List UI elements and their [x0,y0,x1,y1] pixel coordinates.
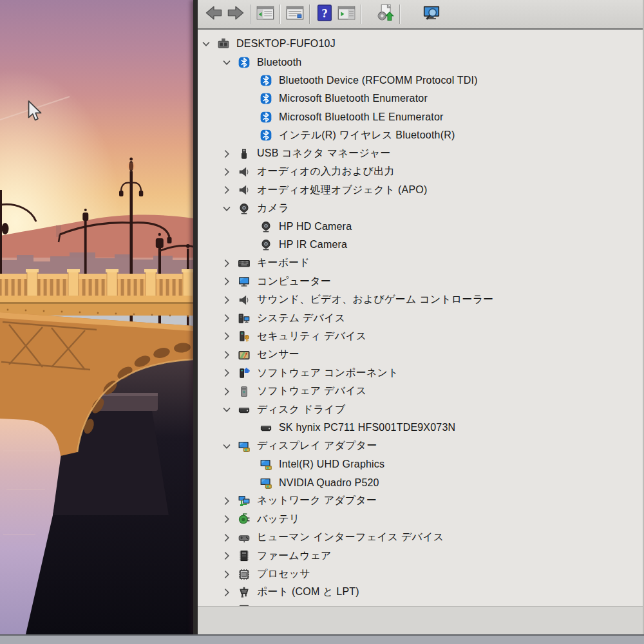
scan-hardware-icon [422,3,441,25]
camera-icon [238,202,251,215]
console-tree-window-icon [256,3,275,25]
tree-item[interactable]: プロセッサ [198,565,643,583]
collapse-chevron-icon[interactable] [221,404,232,415]
tree-item[interactable]: Intel(R) UHD Graphics [198,455,643,473]
tree-item[interactable]: USB コネクタ マネージャー [198,144,643,162]
tree-item-label: NVIDIA Quadro P520 [279,477,379,489]
tree-item[interactable]: コンピューター [198,272,643,290]
tree-item[interactable]: Bluetooth [198,53,643,71]
tree-item-label: ディスク ドライブ [257,403,345,417]
back-button[interactable] [203,3,225,26]
expand-chevron-icon[interactable] [221,330,232,342]
disk-drive-icon [238,403,251,416]
tree-item[interactable]: サウンド、ビデオ、およびゲーム コントローラー [198,290,643,308]
tree-item-label: キーボード [257,256,310,270]
tree-item[interactable]: ヒューマン インターフェイス デバイス [198,529,643,547]
expand-chevron-icon[interactable] [221,513,232,525]
forward-button[interactable] [225,3,247,26]
tree-item[interactable]: キーボード [198,254,643,272]
expand-chevron-icon[interactable] [221,148,232,160]
device-tree: DESKTOP-FUFO10JBluetoothBluetooth Device… [198,30,643,606]
tree-item[interactable]: オーディオ処理オブジェクト (APO) [198,181,643,199]
tree-item[interactable]: システム デバイス [198,309,643,327]
screen: ? DESKTOP-FUFO10JBluetoothBluetooth Devi… [0,0,644,644]
tree-item[interactable]: バッテリ [198,510,643,528]
expand-chevron-icon[interactable] [221,550,232,562]
tree-item[interactable]: ディスク ドライブ [198,401,643,419]
help-button[interactable]: ? [314,3,336,26]
toolbar-separator [399,5,401,24]
expand-chevron-icon[interactable] [221,184,232,196]
tree-item[interactable]: カメラ [198,200,643,218]
system-devices-icon [238,312,251,325]
expand-chevron-icon[interactable] [221,166,232,178]
tree-item[interactable]: ポート (COM と LPT) [198,583,643,601]
expand-chevron-icon[interactable] [221,386,232,397]
tree-item[interactable]: Bluetooth Device (RFCOMM Protocol TDI) [198,71,643,90]
tree-item-label: HP HD Camera [279,221,352,232]
mouse-cursor [27,100,44,123]
collapse-chevron-icon[interactable] [221,440,232,452]
properties-button[interactable] [284,3,306,26]
tree-item[interactable]: ディスプレイ アダプター [198,437,643,455]
tree-item[interactable]: オーディオの入力および出力 [198,163,643,181]
tree-item[interactable]: Microsoft Bluetooth LE Enumerator [198,108,643,126]
scan-hardware-button[interactable] [421,3,442,26]
monitor-icon [238,275,251,288]
display-adapter-icon [238,440,251,453]
audio-icon [238,294,251,307]
tree-item-label: インテル(R) ワイヤレス Bluetooth(R) [279,129,455,142]
tree-item-clipped[interactable] [198,601,643,606]
toolbar-separator [250,5,251,24]
expand-chevron-icon[interactable] [221,349,232,361]
tree-item[interactable]: DESKTOP-FUFO10J [198,35,643,53]
tree-item[interactable]: センサー [198,346,643,364]
expand-chevron-icon[interactable] [221,495,232,507]
expand-chevron-icon[interactable] [221,367,232,379]
collapse-chevron-icon[interactable] [200,38,212,50]
tree-item[interactable]: SK hynix PC711 HFS001TDE9X073N [198,419,643,437]
tree-item[interactable]: ソフトウェア コンポーネント [198,364,643,382]
tree-item[interactable]: HP HD Camera [198,218,643,236]
tree-item[interactable]: セキュリティ デバイス [198,327,643,345]
update-driver-icon [375,3,395,25]
tree-item[interactable]: ファームウェア [198,547,643,565]
forward-arrow-icon [226,3,245,25]
expand-chevron-icon[interactable] [221,258,232,269]
tree-item[interactable]: HP IR Camera [198,236,643,254]
bluetooth-icon [260,92,272,105]
tree-item[interactable]: インテル(R) ワイヤレス Bluetooth(R) [198,126,643,144]
collapse-chevron-icon[interactable] [221,203,232,214]
battery-icon [238,513,251,526]
audio-icon [238,184,251,196]
expand-chevron-icon[interactable] [221,569,232,580]
sensor-icon [238,348,251,361]
toolbar-separator [361,5,362,24]
tree-item[interactable]: Microsoft Bluetooth Enumerator [198,90,643,108]
update-driver-button[interactable] [374,3,396,26]
display-adapter-icon [260,477,272,489]
expand-chevron-icon[interactable] [221,312,232,324]
tree-item[interactable]: NVIDIA Quadro P520 [198,473,643,491]
expand-chevron-icon[interactable] [221,276,232,287]
expand-chevron-icon[interactable] [221,587,232,598]
console-tree-button[interactable] [254,3,276,26]
tree-item-label: サウンド、ビデオ、およびゲーム コントローラー [257,293,493,307]
wallpaper-bridge-art [0,0,193,634]
expand-chevron-icon[interactable] [221,294,232,306]
tree-item[interactable]: ネットワーク アダプター [198,492,643,510]
tree-item-label: SK hynix PC711 HFS001TDE9X073N [279,422,455,433]
hid-icon [238,531,251,544]
properties-window-icon [285,3,305,25]
back-arrow-icon [204,3,223,25]
security-device-icon [238,330,251,343]
tree-item[interactable]: ソフトウェア デバイス [198,382,643,400]
collapse-chevron-icon[interactable] [221,57,232,68]
toolbar-separator [279,5,281,24]
action-pane-button[interactable] [336,3,357,26]
expand-chevron-icon[interactable] [221,532,232,544]
display-adapter-icon [260,458,272,471]
computer-icon [217,37,230,50]
disk-drive-icon [260,421,272,434]
tree-item-label: コンピューター [257,275,331,289]
